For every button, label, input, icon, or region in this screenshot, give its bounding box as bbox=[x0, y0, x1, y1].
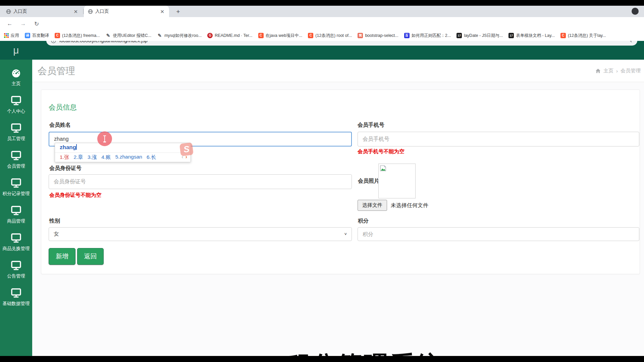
ime-candidate[interactable]: 3.涨 bbox=[88, 154, 97, 161]
gender-select[interactable]: 女 ˅ bbox=[49, 227, 352, 241]
idcard-label: 会员身份证号 bbox=[49, 165, 82, 172]
ime-candidate[interactable]: 6.长 bbox=[147, 154, 156, 161]
idcard-input[interactable] bbox=[49, 174, 352, 189]
layui-icon: 17 bbox=[457, 33, 462, 38]
name-label: 会员姓名 bbox=[49, 122, 71, 129]
jianshu-icon: 简 bbox=[358, 33, 363, 38]
ime-candidate-list: 1.张 2.章 3.涨 4.账 5.zhangsan 6.长 bbox=[60, 154, 176, 161]
bookmark-readme[interactable]: G README.md · Ter... bbox=[207, 33, 252, 38]
bookmark-baidu-translate[interactable]: 译 百度翻译 bbox=[25, 33, 49, 39]
breadcrumb-home[interactable]: 主页 bbox=[603, 68, 613, 74]
bookmark-csdn-freema[interactable]: C (12条消息) freema... bbox=[55, 33, 100, 39]
ime-divider bbox=[55, 153, 191, 153]
bookmark-apps[interactable]: 应用 bbox=[4, 33, 19, 39]
reload-button[interactable]: ↻ bbox=[32, 19, 41, 28]
main-content: 会员信息 会员姓名 会员身份证号 会员身份证号不能为空 性别 女 ˅ 新增 返回… bbox=[32, 82, 644, 356]
sogou-ime-logo: S bbox=[179, 142, 194, 156]
sidebar-item-home[interactable]: 主页 bbox=[0, 64, 32, 91]
apps-grid-icon bbox=[4, 33, 9, 38]
ime-candidate[interactable]: 5.zhangsan bbox=[115, 154, 142, 161]
tab-title: 入口页 bbox=[95, 8, 156, 14]
file-status-text: 未选择任何文件 bbox=[391, 202, 428, 209]
breadcrumb-separator: › bbox=[616, 68, 618, 74]
bookmark-mysql[interactable]: ✎ mysql如何修改roo... bbox=[157, 33, 202, 39]
ime-caret bbox=[76, 144, 77, 150]
page-title: 会员管理 bbox=[38, 65, 75, 77]
sidebar-item-base-data[interactable]: 基础数据管理 bbox=[0, 284, 32, 311]
sidebar-item-profile[interactable]: 个人中心 bbox=[0, 91, 32, 119]
monitor-icon bbox=[11, 178, 21, 188]
gender-value: 女 bbox=[54, 231, 59, 238]
bookmark-regex[interactable]: 百 如何用正则匹配：2... bbox=[404, 33, 451, 39]
chevron-down-icon: ˅ bbox=[344, 232, 347, 237]
monitor-icon bbox=[11, 233, 21, 243]
sidebar-item-products[interactable]: 商品管理 bbox=[0, 201, 32, 229]
ime-candidate[interactable]: 4.账 bbox=[101, 154, 111, 161]
sidebar-item-members[interactable]: 会员管理 bbox=[0, 146, 32, 174]
letterbox-bottom bbox=[0, 356, 644, 362]
forward-button[interactable]: → bbox=[19, 19, 28, 28]
baidu-translate-icon: 译 bbox=[25, 33, 30, 38]
choose-file-button[interactable]: 选择文件 bbox=[358, 200, 387, 211]
monitor-icon bbox=[11, 96, 21, 106]
tab-separator bbox=[83, 9, 84, 14]
ime-candidate-window[interactable]: zhang 1.张 2.章 3.涨 4.账 5.zhangsan 6.长 ‹› … bbox=[55, 143, 191, 162]
tab-close-icon[interactable]: ✕ bbox=[72, 8, 79, 15]
csdn-icon: C bbox=[560, 33, 566, 38]
monitor-icon bbox=[11, 151, 21, 161]
points-input[interactable] bbox=[358, 227, 639, 241]
csdn-icon: C bbox=[308, 33, 313, 38]
page-header: 会员管理 主页 › 会员管理 bbox=[32, 60, 644, 82]
phone-label: 会员手机号 bbox=[358, 122, 384, 129]
sidebar-item-points-records[interactable]: 积分记录管理 bbox=[0, 174, 32, 201]
csdn-icon: C bbox=[55, 33, 60, 38]
breadcrumb: 主页 › 会员管理 bbox=[595, 68, 641, 74]
bookmark-csdn-lay[interactable]: C (12条消息) 关于lay... bbox=[560, 33, 606, 39]
monitor-icon bbox=[11, 206, 21, 216]
tab-close-icon[interactable]: ✕ bbox=[159, 8, 166, 15]
screen: 入口页 ✕ 入口页 ✕ + ← → ↻ localhost:8080/jifen… bbox=[0, 0, 644, 362]
ime-candidate[interactable]: 1.张 bbox=[60, 154, 69, 161]
breadcrumb-current: 会员管理 bbox=[621, 68, 641, 74]
phone-error: 会员手机号不能为空 bbox=[358, 148, 405, 155]
sidebar-item-exchange[interactable]: 商品兑换管理 bbox=[0, 229, 32, 256]
monitor-icon bbox=[11, 261, 21, 271]
mouse-cursor-indicator bbox=[97, 131, 112, 146]
browser-tab-2-active[interactable]: 入口页 ✕ bbox=[84, 6, 169, 17]
tab-strip: 入口页 ✕ 入口页 ✕ + bbox=[0, 6, 644, 17]
member-info-card: 会员信息 会员姓名 会员身份证号 会员身份证号不能为空 性别 女 ˅ 新增 返回… bbox=[41, 89, 640, 274]
pen-icon: ✎ bbox=[106, 33, 111, 38]
bookmark-laydate[interactable]: 17 layDate - JS日期与... bbox=[457, 33, 503, 39]
bookmark-ueditor[interactable]: ✎ 使用UEditor 报错C... bbox=[106, 33, 152, 39]
bookmarks-bar: 应用 译 百度翻译 C (12条消息) freema... ✎ 使用UEdito… bbox=[0, 30, 644, 41]
globe-icon bbox=[6, 9, 11, 14]
browser-toolbar: ← → ↻ localhost:8080/jifenguanlixitong/i… bbox=[0, 17, 644, 30]
sidebar: 主页 个人中心 员工管理 会员管理 积分记录管理 商品管理 商品兑换管理 公告 bbox=[0, 60, 32, 356]
bookmark-javaweb[interactable]: C 在java web项目中... bbox=[258, 33, 303, 39]
bookmark-bootstrap-select[interactable]: 简 bootstrap-select... bbox=[358, 33, 398, 38]
monitor-icon bbox=[11, 288, 21, 298]
tab-title: 入口页 bbox=[13, 8, 69, 14]
ime-composition: zhang bbox=[60, 144, 77, 151]
globe-icon bbox=[88, 9, 93, 14]
submit-button[interactable]: 新增 bbox=[49, 248, 75, 265]
dashboard-icon bbox=[11, 68, 21, 78]
sidebar-item-announcements[interactable]: 公告管理 bbox=[0, 256, 32, 284]
browser-profile-avatar[interactable] bbox=[632, 8, 639, 15]
new-tab-button[interactable]: + bbox=[174, 7, 182, 16]
app-logo[interactable]: μ bbox=[0, 41, 32, 60]
bookmark-form-docs[interactable]: 17 表单模块文档 - Lay... bbox=[508, 33, 555, 39]
sidebar-item-staff[interactable]: 员工管理 bbox=[0, 119, 32, 146]
phone-input[interactable] bbox=[358, 132, 639, 146]
bookmark-root-of[interactable]: C (12条消息) root of... bbox=[308, 33, 352, 39]
browser-tab-1[interactable]: 入口页 ✕ bbox=[2, 6, 83, 17]
back-button-form[interactable]: 返回 bbox=[77, 248, 104, 265]
ime-candidate[interactable]: 2.章 bbox=[73, 154, 83, 161]
gitee-icon: G bbox=[207, 33, 213, 38]
csdn-icon: C bbox=[258, 33, 264, 38]
baidu-icon: 百 bbox=[404, 33, 410, 38]
back-button[interactable]: ← bbox=[5, 19, 14, 28]
broken-image-icon bbox=[380, 165, 387, 171]
pen-icon: ✎ bbox=[157, 33, 162, 38]
idcard-error: 会员身份证号不能为空 bbox=[49, 192, 101, 199]
